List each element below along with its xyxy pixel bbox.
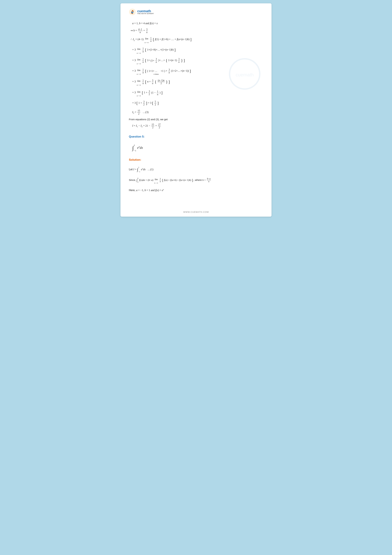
lim-operator-5: lim n→∞ [137,78,141,86]
frac-5-2: 5 2 [154,100,156,106]
header: cuemath THE MATH EXPERT [129,8,263,15]
cuemath-logo-icon [129,8,136,15]
logo-text-container: cuemath THE MATH EXPERT [137,9,154,15]
here-values: Here, a = −1, b = 1 and f(x) = ex [129,187,263,193]
frac-15-2-b: 15 2 [151,123,154,129]
frac-1-n-5: 1 n [142,79,144,85]
given-values: a = 1, b = 4 and f(x) = x [132,20,263,27]
frac-1-n-1: 1 n [150,37,152,43]
footer: WWW.CUEMATH.COM [121,211,271,213]
frac-1-n-inner: 1 n [157,90,159,96]
svg-text:cuemath: cuemath [235,72,254,77]
I2-result: I2 = 15 2 …(3) [132,109,263,115]
frac-3-2: 3 2 [148,90,150,96]
conclusion-text: From equations (2) and (3), we get [129,117,263,122]
lim-operator-6: lim n→∞ [137,89,141,97]
solution-heading: Solution: [129,157,263,162]
final-result: I = I1 − I2 = 21 − 15 2 = 27 2 [132,123,263,129]
frac-3-n-2: 3 n [178,58,180,64]
frac-3-2-b: 3 2 [143,100,145,106]
frac-1-n-3: 1 n [142,58,144,64]
frac-1-n-2: 1 n [142,47,144,53]
q5-integral: ∫1−1 exdx [132,141,263,155]
watermark: cuemath [228,57,261,91]
let-I: Let I = ∫1−1 exdx …(1) [129,165,263,175]
fraction-4-1-n: 4−1 n [138,28,143,34]
frac-27-2: 27 2 [158,123,161,129]
math-content: a = 1, b = 4 and f(x) = x ⇒ h = 4−1 n = … [129,20,263,194]
fraction-3-n: 3 n [146,28,148,34]
step6: = 3 [ 1 + 3 2 ] = 3 [ 5 2 ] [132,98,263,108]
lim-operator-2: lim n→∞ [137,46,141,54]
frac-1-n-since: 1 n [159,177,161,183]
frac-15-2: 15 2 [137,109,140,115]
logo-brand-name: cuemath [137,9,154,13]
question5-heading: Question 5: [129,134,263,139]
frac-1-n-4: 1 n [142,68,144,74]
footer-url: WWW.CUEMATH.COM [183,211,209,213]
I2-definition: ∴ I2 = (4−1) lim n→∞ 1 n [ f(1) + f(1+h)… [131,35,263,44]
frac-3-n-inner: 3 n [155,58,157,64]
step1: = 3 lim n→∞ 1 n [ 1+(1+h)+…+(1+(n−1)h) ] [132,45,263,55]
lim-operator-4: lim n→∞ [137,67,141,75]
frac-3-n-3: 3 n [168,68,170,74]
lim-operator-3: lim n→∞ [137,57,141,65]
frac-b-a-n: b−a n [207,177,211,183]
page-container: cuemath THE MATH EXPERT cuemath a = 1, b… [121,3,271,217]
lim-since: lim n→∞ [154,176,158,184]
given-text: a = 1, b = 4 and f(x) = x [132,22,158,25]
frac-3-n-4: 3 n [152,79,154,85]
since-formula: Since, ∫ba f(x)dx = (b−a) lim n→∞ 1 n [ … [129,176,263,184]
logo-subtitle: THE MATH EXPERT [137,13,154,15]
h-formula: ⇒ h = 4−1 n = 3 n [131,27,263,34]
frac-n1-n-2: (n−1)n 2 [157,79,165,85]
logo-container: cuemath THE MATH EXPERT [129,8,154,15]
lim-operator-1: lim n→∞ [145,36,149,44]
